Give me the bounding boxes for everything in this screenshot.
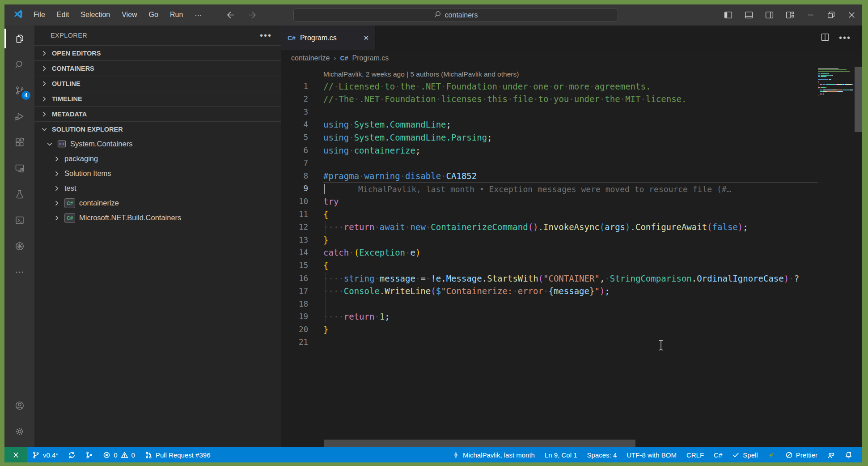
tree-item-microsoft-net-build-containers[interactable]: C#Microsoft.NET.Build.Containers xyxy=(34,210,281,225)
status-eol[interactable]: CRLF xyxy=(682,447,709,462)
status-bar: v0.4*00Pull Request #396 MichalPavlik, l… xyxy=(4,447,862,462)
section-metadata[interactable]: METADATA xyxy=(34,106,281,121)
status-indentation[interactable]: Spaces: 4 xyxy=(582,447,622,462)
section-timeline[interactable]: TIMELINE xyxy=(34,91,281,106)
status-leaf-extension[interactable] xyxy=(763,447,780,462)
tree-item-packaging[interactable]: packaging xyxy=(34,151,281,166)
status-file-author[interactable]: MichalPavlik, last month xyxy=(447,447,540,462)
code-line-9: 9MichalPavlik, last month • Exception me… xyxy=(281,182,818,195)
tree-item-test[interactable]: test xyxy=(34,181,281,196)
activity-more-icon[interactable] xyxy=(4,259,34,285)
menubar: FileEditSelectionViewGoRun⋯ xyxy=(28,11,207,19)
menu-file[interactable]: File xyxy=(28,11,51,19)
line-content: { xyxy=(323,259,818,272)
activity-compass-icon[interactable] xyxy=(4,233,34,259)
minimap-line xyxy=(818,79,853,80)
horizontal-scrollbar-thumb[interactable] xyxy=(324,440,635,447)
toggle-panel-icon[interactable] xyxy=(738,4,759,26)
toggle-primary-sidebar-icon[interactable] xyxy=(718,4,738,26)
restore-button[interactable] xyxy=(821,4,841,26)
status-spell[interactable]: Spell xyxy=(727,447,762,462)
section-containers[interactable]: CONTAINERS xyxy=(34,60,281,76)
tree-item-solution-items[interactable]: Solution Items xyxy=(34,166,281,181)
line-number: 15 xyxy=(281,259,323,272)
activity-settings-icon[interactable] xyxy=(4,419,34,445)
status-encoding[interactable]: UTF-8 with BOM xyxy=(622,447,682,462)
minimap-line xyxy=(818,73,853,74)
tree-item-containerize[interactable]: C#containerize xyxy=(34,196,281,210)
menu-more[interactable]: ⋯ xyxy=(189,11,207,19)
tab-program-cs[interactable]: C# Program.cs ✕ xyxy=(281,26,376,50)
code-line-7: 7 xyxy=(281,157,818,170)
status-text: v0.4* xyxy=(43,451,58,459)
menu-run[interactable]: Run xyxy=(164,11,189,19)
status-git-graph[interactable] xyxy=(80,447,98,462)
menu-go[interactable]: Go xyxy=(143,11,164,19)
activity-remote-explorer-icon[interactable] xyxy=(4,155,34,181)
minimap-line xyxy=(818,75,853,76)
line-number: 20 xyxy=(281,323,323,336)
line-number: 18 xyxy=(281,298,323,311)
activity-explorer-icon[interactable] xyxy=(4,26,34,51)
status-text: Prettier xyxy=(796,451,817,459)
breadcrumb-item[interactable]: Program.cs xyxy=(352,54,389,62)
section-solution-explorer[interactable]: SOLUTION EXPLORER xyxy=(34,121,281,137)
editor-more-actions-icon[interactable]: ••• xyxy=(839,33,851,43)
back-button[interactable] xyxy=(225,10,236,21)
status-git-branch[interactable]: v0.4* xyxy=(27,447,63,462)
status-pull-request[interactable]: Pull Request #396 xyxy=(140,447,216,462)
menu-selection[interactable]: Selection xyxy=(75,11,116,19)
activity-search-icon[interactable] xyxy=(4,51,34,77)
status-cursor-position[interactable]: Ln 9, Col 1 xyxy=(540,447,582,462)
status-problems[interactable]: 00 xyxy=(98,447,140,462)
status-language-mode[interactable]: C# xyxy=(709,447,727,462)
status-text: CRLF xyxy=(686,451,704,459)
command-center-search[interactable]: containers xyxy=(293,8,618,22)
line-content: MichalPavlik, last month • Exception mes… xyxy=(323,182,818,195)
activity-accounts-icon[interactable] xyxy=(4,393,34,419)
sidebar-more-icon[interactable]: ••• xyxy=(260,30,272,41)
status-remote[interactable] xyxy=(4,447,27,462)
chevron-right-icon xyxy=(53,170,60,177)
close-button[interactable] xyxy=(841,4,862,26)
activity-run-debug-icon[interactable] xyxy=(4,103,34,129)
split-editor-icon[interactable] xyxy=(820,32,830,44)
tree-item-system-containers[interactable]: System.Containers xyxy=(34,137,281,151)
minimap-line xyxy=(818,95,853,96)
codelens-blame[interactable]: MichalPavlik, 2 weeks ago | 5 authors (M… xyxy=(323,70,519,78)
activity-source-control-icon[interactable]: 4 xyxy=(4,77,34,103)
tab-close-icon[interactable]: ✕ xyxy=(363,34,369,42)
status-feedback[interactable] xyxy=(822,447,840,462)
minimize-button[interactable] xyxy=(800,4,821,26)
activity-extensions-icon[interactable] xyxy=(4,129,34,155)
activity-terminal-icon[interactable] xyxy=(4,207,34,233)
section-open-editors[interactable]: OPEN EDITORS xyxy=(34,45,281,60)
line-content xyxy=(323,298,818,311)
minimap[interactable] xyxy=(818,68,853,447)
status-prettier[interactable]: Prettier xyxy=(780,447,822,462)
status-notifications[interactable] xyxy=(840,447,857,462)
forward-button[interactable] xyxy=(247,10,258,21)
chevron-right-icon xyxy=(53,155,60,162)
menu-edit[interactable]: Edit xyxy=(51,11,75,19)
indent-guide xyxy=(326,221,326,234)
minimap-line xyxy=(818,72,853,73)
editor-group: C# Program.cs ✕ ••• containerize›C#Progr… xyxy=(281,26,862,447)
toggle-secondary-sidebar-icon[interactable] xyxy=(759,4,779,26)
line-number xyxy=(281,67,323,80)
menu-view[interactable]: View xyxy=(116,11,143,19)
section-outline[interactable]: OUTLINE xyxy=(34,76,281,91)
activity-testing-icon[interactable] xyxy=(4,181,34,207)
line-content: { xyxy=(323,208,818,221)
breadcrumb: containerize›C#Program.cs xyxy=(281,50,862,66)
nav-arrows xyxy=(225,10,258,21)
customize-layout-icon[interactable] xyxy=(779,4,800,26)
explorer-sidebar: EXPLORER ••• OPEN EDITORSCONTAINERSOUTLI… xyxy=(34,26,281,447)
breadcrumb-item[interactable]: containerize xyxy=(291,54,330,62)
minimap-line xyxy=(818,90,853,90)
code-line-11: 11{ xyxy=(281,208,818,221)
vertical-scrollbar-thumb[interactable] xyxy=(855,67,862,132)
titlebar: FileEditSelectionViewGoRun⋯ containers xyxy=(4,4,862,26)
status-sync[interactable] xyxy=(63,447,80,462)
code-editor[interactable]: MichalPavlik, 2 weeks ago | 5 authors (M… xyxy=(281,66,862,447)
